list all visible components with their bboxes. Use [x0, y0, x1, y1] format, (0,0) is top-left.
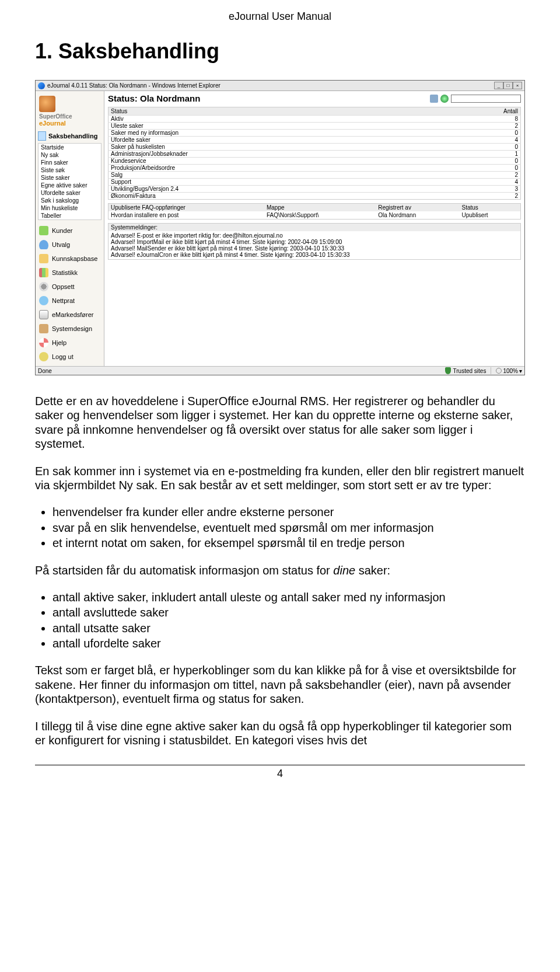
mail-icon	[39, 310, 48, 319]
content-area: Status: Ola Nordmann Status Antall Aktiv…	[104, 91, 524, 366]
submenu-item[interactable]: Søk i sakslogg	[38, 197, 101, 204]
system-messages: Systemmeldinger: Advarsel! E-post er ikk…	[108, 223, 521, 260]
table-row[interactable]: Administrasjon/Jobbsøknader1	[108, 151, 521, 158]
gear-icon	[39, 282, 48, 291]
chat-icon	[39, 296, 48, 305]
divider	[491, 367, 491, 374]
sidebar-item-systemdesign[interactable]: Systemdesign	[36, 322, 104, 336]
faq-col-status: Status	[459, 204, 520, 212]
bullet-list: henvendelser fra kunder eller andre ekst…	[35, 505, 525, 550]
view-dropdown[interactable]	[451, 95, 521, 103]
table-row[interactable]: Kundeservice0	[108, 158, 521, 165]
section-title: 1. Saksbehandling	[35, 39, 525, 64]
paragraph: På startsiden får du automatisk informas…	[35, 563, 525, 577]
list-item: henvendelser fra kunder eller andre ekst…	[52, 505, 525, 519]
faq-table: Upubliserte FAQ-oppføringer Mappe Regist…	[108, 203, 521, 220]
table-row[interactable]: Saker med ny informasjon0	[108, 130, 521, 137]
submenu-item[interactable]: Ny sak	[38, 151, 101, 159]
table-row[interactable]: Uleste saker2	[108, 123, 521, 130]
window-minimize-button[interactable]: _	[494, 82, 503, 89]
list-item: antall aktive saker, inkludert antall ul…	[52, 590, 525, 604]
sysmsg-line: Advarsel! MailSender er ikke blitt kjørt…	[111, 245, 518, 252]
trusted-sites: Trusted sites	[445, 367, 487, 374]
print-icon[interactable]	[430, 95, 438, 103]
paragraph: Tekst som er farget blå, er hyperkobling…	[35, 663, 525, 706]
paragraph: Dette er en av hoveddelene i SuperOffice…	[35, 394, 525, 451]
status-done: Done	[38, 368, 52, 374]
sidebar-item-loggut[interactable]: Logg ut	[36, 350, 104, 364]
sidebar-item-emarkedsforer[interactable]: eMarkedsfører	[36, 308, 104, 322]
folder-icon	[39, 254, 48, 263]
window-statusbar: Done Trusted sites 100% ▾	[36, 366, 524, 375]
paragraph: En sak kommer inn i systemet via en e-po…	[35, 464, 525, 493]
window-close-button[interactable]: ×	[513, 82, 522, 89]
window-title: eJournal 4.0.11 Status: Ola Nordmann - W…	[47, 82, 220, 89]
table-row[interactable]: Salg2	[108, 172, 521, 179]
user-icon	[39, 226, 48, 235]
table-row[interactable]: Ufordelte saker4	[108, 137, 521, 144]
zoom-control[interactable]: 100% ▾	[496, 368, 522, 374]
table-row[interactable]: Hvordan installere en post FAQ\Norsk\Sup…	[108, 211, 521, 220]
submenu-item[interactable]: Siste søk	[38, 166, 101, 174]
brand-logo	[36, 93, 104, 113]
submenu-item[interactable]: Min huskeliste	[38, 204, 101, 212]
status-table: Status Antall Aktiv8 Uleste saker2 Saker…	[108, 107, 521, 200]
sidebar-item-oppsett[interactable]: Oppsett	[36, 280, 104, 294]
sysmsg-line: Advarsel! ImportMail er ikke blitt kjørt…	[111, 239, 518, 245]
col-antall: Antall	[494, 107, 521, 116]
app-screenshot: eJournal 4.0.11 Status: Ola Nordmann - W…	[35, 80, 525, 375]
exit-icon	[39, 352, 48, 361]
running-header: eJournal User Manual	[35, 0, 525, 39]
table-row[interactable]: Produksjon/Arbeidsordre0	[108, 165, 521, 172]
document-icon	[38, 131, 46, 141]
sidebar-item-statistikk[interactable]: Statistikk	[36, 266, 104, 280]
table-row[interactable]: Økonomi/Faktura2	[108, 193, 521, 200]
brand-text: SuperOffice eJournal	[36, 113, 104, 129]
submenu-item[interactable]: Egne aktive saker	[38, 182, 101, 189]
faq-col-reg: Registrert av	[376, 204, 459, 212]
window-maximize-button[interactable]: □	[503, 82, 513, 89]
sidebar-item-saksbehandling[interactable]: Saksbehandling	[36, 129, 104, 142]
page-footer: 4	[35, 765, 525, 780]
submenu-item[interactable]: Finn saker	[38, 159, 101, 166]
shield-icon	[445, 367, 451, 374]
submenu-item[interactable]: Siste saker	[38, 174, 101, 182]
document-body: Dette er en av hoveddelene i SuperOffice…	[35, 394, 525, 747]
help-icon	[39, 338, 48, 347]
list-item: svar på en slik henvendelse, eventuelt m…	[52, 521, 525, 535]
bullet-list: antall aktive saker, inkludert antall ul…	[35, 590, 525, 651]
col-status: Status	[108, 107, 494, 116]
sidebar-item-hjelp[interactable]: Hjelp	[36, 336, 104, 350]
sysmsg-line: Advarsel! eJournalCron er ikke blitt kjø…	[111, 252, 518, 258]
bucket-icon	[39, 240, 48, 249]
sidebar-item-kunnskapsbase[interactable]: Kunnskapsbase	[36, 252, 104, 266]
sidebar-item-nettprat[interactable]: Nettprat	[36, 294, 104, 308]
table-row[interactable]: Utvikling/Bugs/Versjon 2.43	[108, 186, 521, 193]
list-item: antall ufordelte saker	[52, 636, 525, 650]
list-item: antall utsatte saker	[52, 621, 525, 635]
submenu-item[interactable]: Ufordelte saker	[38, 189, 101, 197]
sidebar-item-utvalg[interactable]: Utvalg	[36, 238, 104, 252]
table-row[interactable]: Support4	[108, 179, 521, 186]
faq-col-folder: Mappe	[264, 204, 376, 212]
ie-icon	[38, 82, 45, 89]
sidebar: SuperOffice eJournal Saksbehandling Star…	[36, 91, 104, 366]
paragraph: I tillegg til å vise dine egne aktive sa…	[35, 719, 525, 748]
sysmsg-line: Advarsel! E-post er ikke importert rikti…	[111, 232, 518, 239]
status-heading: Status: Ola Nordmann	[108, 93, 200, 103]
page-number: 4	[277, 768, 283, 779]
window-titlebar: eJournal 4.0.11 Status: Ola Nordmann - W…	[36, 81, 524, 91]
list-item: et internt notat om saken, for eksempel …	[52, 536, 525, 550]
magnifier-icon	[496, 368, 502, 374]
submenu-item[interactable]: Startside	[38, 144, 101, 151]
table-row[interactable]: Saker på huskelisten0	[108, 144, 521, 151]
owl-icon	[39, 96, 55, 112]
table-row[interactable]: Aktiv8	[108, 116, 521, 123]
submenu-item[interactable]: Tabeller	[38, 212, 101, 220]
list-item: antall avsluttede saker	[52, 605, 525, 619]
sidebar-item-kunder[interactable]: Kunder	[36, 224, 104, 238]
saksbehandling-submenu: Startside Ny sak Finn saker Siste søk Si…	[38, 143, 102, 220]
design-icon	[39, 324, 48, 333]
chart-icon	[39, 268, 48, 277]
refresh-icon[interactable]	[440, 95, 449, 103]
